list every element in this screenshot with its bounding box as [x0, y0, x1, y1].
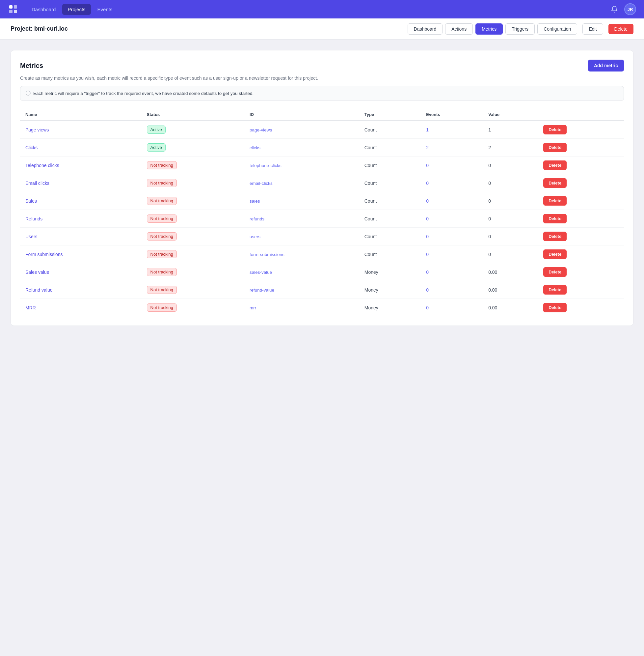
metric-status-cell: Not tracking — [142, 174, 244, 192]
metric-name-cell: Telephone clicks — [20, 156, 142, 174]
status-badge: Active — [147, 126, 166, 134]
metric-value-cell: 0.00 — [483, 263, 538, 281]
metric-name-link[interactable]: Telephone clicks — [25, 163, 59, 168]
nav-dashboard[interactable]: Dashboard — [26, 4, 61, 15]
delete-metric-button[interactable]: Delete — [543, 214, 567, 223]
metric-type-cell: Count — [359, 156, 421, 174]
metric-events-value: 2 — [426, 145, 429, 150]
delete-metric-button[interactable]: Delete — [543, 160, 567, 170]
metric-value-cell: 0 — [483, 245, 538, 263]
metric-type-cell: Money — [359, 299, 421, 316]
metric-events-cell: 0 — [421, 228, 483, 245]
metric-value-cell: 2 — [483, 139, 538, 156]
table-row: Form submissions Not tracking form-submi… — [20, 245, 624, 263]
project-title: Project: bml-curl.loc — [10, 25, 402, 32]
metric-events-value: 1 — [426, 127, 429, 132]
metric-name-link[interactable]: Clicks — [25, 145, 38, 150]
metric-action-cell: Delete — [538, 299, 624, 316]
table-row: Email clicks Not tracking email-clicks C… — [20, 174, 624, 192]
metric-id-cell: telephone-clicks — [244, 156, 359, 174]
metric-name-link[interactable]: Page views — [25, 127, 49, 132]
delete-metric-button[interactable]: Delete — [543, 125, 567, 134]
metric-type-cell: Count — [359, 192, 421, 210]
delete-metric-button[interactable]: Delete — [543, 285, 567, 294]
metric-id: email-clicks — [250, 181, 273, 186]
delete-metric-button[interactable]: Delete — [543, 143, 567, 152]
metric-events-value: 0 — [426, 287, 429, 292]
metric-type-cell: Count — [359, 245, 421, 263]
delete-metric-button[interactable]: Delete — [543, 196, 567, 205]
delete-metric-button[interactable]: Delete — [543, 178, 567, 188]
metric-id: clicks — [250, 145, 260, 150]
metric-status-cell: Not tracking — [142, 263, 244, 281]
delete-metric-button[interactable]: Delete — [543, 303, 567, 312]
metric-id: page-views — [250, 128, 272, 132]
metric-action-cell: Delete — [538, 263, 624, 281]
metrics-info-box: ⓘ Each metric will require a "trigger" t… — [20, 86, 624, 101]
metric-name-link[interactable]: Sales value — [25, 269, 49, 275]
table-row: Sales Not tracking sales Count 0 0 Delet… — [20, 192, 624, 210]
tab-dashboard[interactable]: Dashboard — [408, 23, 443, 35]
metric-name-link[interactable]: Sales — [25, 198, 37, 204]
tab-metrics[interactable]: Metrics — [476, 23, 503, 35]
delete-metric-button[interactable]: Delete — [543, 232, 567, 241]
col-id: ID — [244, 109, 359, 121]
metric-status-cell: Not tracking — [142, 281, 244, 299]
col-events: Events — [421, 109, 483, 121]
tab-actions[interactable]: Actions — [445, 23, 473, 35]
metrics-table: Name Status ID Type Events Value Page vi… — [20, 109, 624, 316]
metric-id: refunds — [250, 217, 264, 221]
metric-name-link[interactable]: Users — [25, 234, 38, 239]
bell-icon[interactable] — [608, 3, 620, 15]
nav-events[interactable]: Events — [92, 4, 118, 15]
status-badge: Not tracking — [147, 179, 177, 187]
metric-name-cell: Page views — [20, 121, 142, 139]
metric-id-cell: form-submissions — [244, 245, 359, 263]
metric-name-link[interactable]: Email clicks — [25, 180, 49, 186]
metric-name-link[interactable]: Refunds — [25, 216, 43, 221]
metric-id-cell: page-views — [244, 121, 359, 139]
svg-rect-1 — [14, 5, 17, 8]
nav-projects[interactable]: Projects — [62, 4, 91, 15]
project-header: Project: bml-curl.loc Dashboard Actions … — [0, 19, 644, 40]
metric-events-value: 0 — [426, 252, 429, 257]
nav-right: JR — [608, 3, 636, 15]
edit-button[interactable]: Edit — [582, 23, 603, 35]
table-row: Users Not tracking users Count 0 0 Delet… — [20, 228, 624, 245]
metric-name-link[interactable]: Form submissions — [25, 252, 63, 257]
metric-name-cell: Email clicks — [20, 174, 142, 192]
metric-type-cell: Count — [359, 139, 421, 156]
metric-value-cell: 0 — [483, 210, 538, 228]
tab-triggers[interactable]: Triggers — [505, 23, 535, 35]
metric-id-cell: sales — [244, 192, 359, 210]
metric-id: form-submissions — [250, 252, 284, 257]
metric-events-cell: 0 — [421, 192, 483, 210]
add-metric-button[interactable]: Add metric — [588, 60, 624, 71]
metric-value-cell: 0.00 — [483, 281, 538, 299]
metric-name-cell: Sales value — [20, 263, 142, 281]
metric-type-cell: Count — [359, 121, 421, 139]
delete-project-button[interactable]: Delete — [608, 24, 634, 34]
table-row: Refunds Not tracking refunds Count 0 0 D… — [20, 210, 624, 228]
metric-name-link[interactable]: Refund value — [25, 287, 53, 292]
metrics-table-body: Page views Active page-views Count 1 1 D… — [20, 121, 624, 316]
metric-value-cell: 1 — [483, 121, 538, 139]
metric-value-cell: 0 — [483, 192, 538, 210]
metric-events-value: 0 — [426, 305, 429, 310]
delete-metric-button[interactable]: Delete — [543, 249, 567, 259]
metric-events-cell: 1 — [421, 121, 483, 139]
status-badge: Not tracking — [147, 286, 177, 294]
user-avatar[interactable]: JR — [624, 3, 636, 15]
metric-id-cell: mrr — [244, 299, 359, 316]
metric-name-link[interactable]: MRR — [25, 305, 36, 310]
metric-action-cell: Delete — [538, 192, 624, 210]
metric-action-cell: Delete — [538, 210, 624, 228]
svg-rect-3 — [14, 10, 17, 13]
status-badge: Not tracking — [147, 161, 177, 169]
status-badge: Not tracking — [147, 232, 177, 241]
metric-events-cell: 0 — [421, 174, 483, 192]
delete-metric-button[interactable]: Delete — [543, 267, 567, 277]
nav-links: Dashboard Projects Events — [26, 4, 608, 15]
metric-id-cell: refunds — [244, 210, 359, 228]
tab-configuration[interactable]: Configuration — [537, 23, 577, 35]
